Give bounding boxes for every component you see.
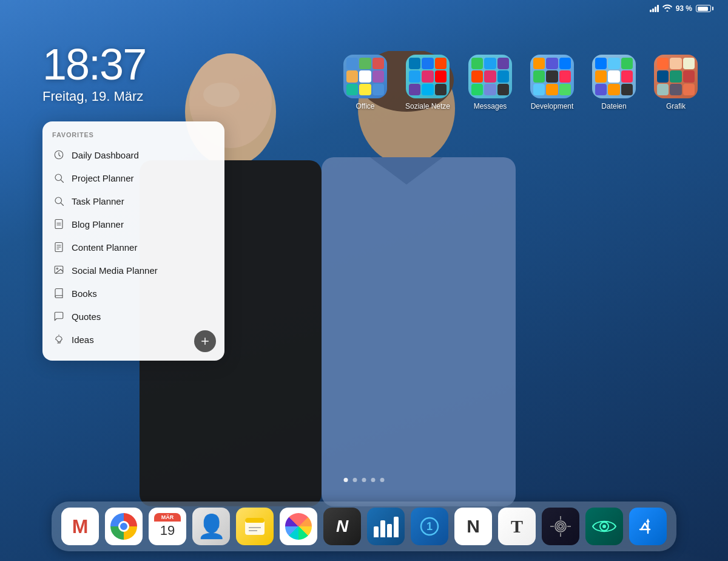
favorites-header: FAVORITES xyxy=(42,131,224,143)
svg-point-8 xyxy=(55,174,62,181)
battery-body xyxy=(696,5,711,12)
battery-fill xyxy=(698,7,708,11)
books-label: Books xyxy=(72,288,97,299)
arc-icon: N xyxy=(336,517,348,536)
folder-office[interactable]: Office xyxy=(343,55,387,110)
dock-app-gmail[interactable]: M xyxy=(61,508,99,545)
dock-app-touchid[interactable] xyxy=(542,508,579,545)
dock-app-notion[interactable]: N xyxy=(454,508,492,545)
signal-bar-2 xyxy=(652,8,654,12)
svg-rect-6 xyxy=(322,157,516,506)
dock-app-screensnap[interactable] xyxy=(585,508,623,545)
favorites-item-social-media-planner[interactable]: Social Media Planner xyxy=(42,259,224,282)
photos-icon xyxy=(285,513,312,540)
dock-app-typora[interactable]: T xyxy=(498,508,536,545)
onepassword-icon: 1 xyxy=(416,513,443,540)
folder-grafik-label: Grafik xyxy=(666,102,686,110)
dock-app-appstore[interactable] xyxy=(629,508,667,545)
battery-tip xyxy=(712,7,713,10)
svg-text:1: 1 xyxy=(426,520,433,532)
page-dot-4[interactable] xyxy=(371,478,376,482)
image-icon xyxy=(52,264,66,277)
folder-messages-icon xyxy=(468,55,512,98)
folder-grafik-icon xyxy=(654,55,698,98)
date-display: Freitag, 19. März xyxy=(42,89,146,104)
svg-point-38 xyxy=(602,525,606,528)
dock: M MÄR 19 👤 N xyxy=(52,501,676,551)
book-icon xyxy=(52,287,66,300)
dock-app-chrome[interactable] xyxy=(105,508,143,545)
svg-point-32 xyxy=(559,525,562,528)
svg-rect-25 xyxy=(245,518,265,523)
status-bar-right: 93 % xyxy=(650,4,713,13)
clock-icon xyxy=(52,148,66,162)
signal-bar-4 xyxy=(657,5,659,12)
wifi-icon xyxy=(662,4,672,13)
page-dot-3[interactable] xyxy=(362,478,366,482)
add-favorite-button[interactable] xyxy=(194,330,216,352)
blog-planner-label: Blog Planner xyxy=(72,219,124,229)
favorites-item-blog-planner[interactable]: Blog Planner xyxy=(42,212,224,236)
ideas-label: Ideas xyxy=(72,335,94,345)
folder-files-label: Dateien xyxy=(601,102,626,110)
favorites-item-quotes[interactable]: Quotes xyxy=(42,305,224,328)
svg-point-10 xyxy=(55,197,62,204)
svg-point-20 xyxy=(56,268,58,269)
dock-app-1password[interactable]: 1 xyxy=(411,508,448,545)
dock-app-calendar[interactable]: MÄR 19 xyxy=(149,508,186,545)
clock-display: 18:37 xyxy=(42,42,146,86)
calendar-icon: MÄR 19 xyxy=(154,513,181,540)
favorites-panel: FAVORITES Daily Dashboard Project Planne… xyxy=(42,121,224,361)
favorites-item-task-planner[interactable]: Task Planner xyxy=(42,189,224,212)
signal-icon xyxy=(650,5,659,12)
favorites-item-daily-dashboard[interactable]: Daily Dashboard xyxy=(42,143,224,166)
folder-dev-label: Development xyxy=(531,102,574,110)
dock-app-keewordz[interactable] xyxy=(367,508,405,545)
notion-icon: N xyxy=(467,516,480,537)
page-dot-1[interactable] xyxy=(344,478,348,482)
folder-dev[interactable]: Development xyxy=(530,55,574,110)
typora-icon: T xyxy=(511,516,523,537)
notes-icon xyxy=(243,514,267,539)
page-dots xyxy=(344,478,385,482)
status-bar: 93 % xyxy=(0,0,728,17)
chat-icon xyxy=(52,310,66,323)
search-icon xyxy=(52,171,66,185)
task-planner-label: Task Planner xyxy=(72,196,124,206)
content-planner-label: Content Planner xyxy=(72,242,137,253)
svg-point-31 xyxy=(557,523,564,530)
chrome-icon xyxy=(110,513,137,540)
folder-social-label: Soziale Netze xyxy=(405,102,450,110)
battery-percent: 93 % xyxy=(676,4,692,13)
gmail-icon: M xyxy=(72,515,89,538)
page-dot-2[interactable] xyxy=(353,478,357,482)
folder-messages-label: Messages xyxy=(474,102,507,110)
favorites-item-content-planner[interactable]: Content Planner xyxy=(42,236,224,259)
appstore-icon xyxy=(635,513,661,540)
quotes-label: Quotes xyxy=(72,311,101,322)
screensnap-icon xyxy=(591,513,618,540)
favorites-item-books[interactable]: Books xyxy=(42,282,224,305)
svg-line-9 xyxy=(61,180,63,182)
social-media-planner-label: Social Media Planner xyxy=(72,265,158,276)
folder-files[interactable]: Dateien xyxy=(592,55,636,110)
page-dot-5[interactable] xyxy=(380,478,385,482)
folder-office-icon xyxy=(343,55,387,98)
dock-app-photos[interactable] xyxy=(280,508,317,545)
folder-grafik[interactable]: Grafik xyxy=(654,55,698,110)
favorites-item-project-planner[interactable]: Project Planner xyxy=(42,166,224,189)
dock-app-contacts[interactable]: 👤 xyxy=(192,508,230,545)
doc-icon xyxy=(52,217,66,231)
dock-app-arc[interactable]: N xyxy=(323,508,361,545)
search-icon-2 xyxy=(52,194,66,208)
time-date-widget: 18:37 Freitag, 19. März xyxy=(42,42,146,104)
battery-icon xyxy=(696,5,713,12)
dock-app-notes[interactable] xyxy=(236,508,274,545)
signal-bar-1 xyxy=(650,10,652,12)
daily-dashboard-label: Daily Dashboard xyxy=(72,150,139,160)
signal-bar-3 xyxy=(655,7,656,12)
contacts-icon: 👤 xyxy=(197,513,226,540)
folder-social[interactable]: Soziale Netze xyxy=(405,55,450,110)
folder-messages[interactable]: Messages xyxy=(468,55,512,110)
folder-dev-icon xyxy=(530,55,574,98)
